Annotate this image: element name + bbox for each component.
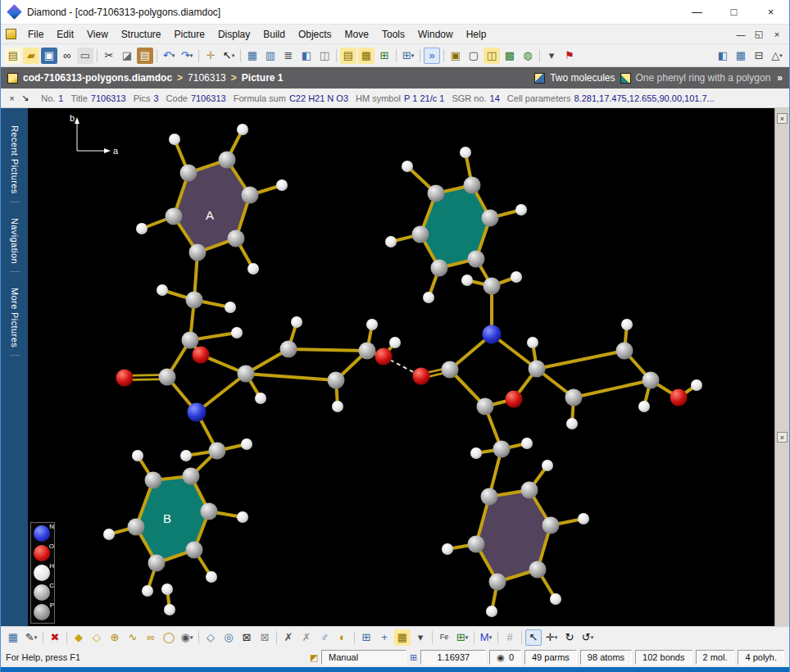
data-brief-icon[interactable]: ◧ [298,48,315,64]
menu-edit[interactable]: Edit [50,26,80,43]
document-icon[interactable] [6,29,16,39]
edit-grid-icon[interactable]: ▦ [5,629,21,646]
navigate-icon[interactable]: ↘ [21,93,29,103]
atom-C[interactable] [209,443,226,460]
broken-bond-alt-icon[interactable]: ✗ [298,629,315,646]
atom-H[interactable] [164,604,175,615]
atom-C[interactable] [642,372,660,389]
polyhedra-icon[interactable]: ◇ [202,629,219,646]
close-button[interactable]: × [752,0,789,25]
molecule-drawing[interactable]: AB [28,108,774,626]
polyhedra-fill-icon[interactable]: ◎ [220,629,237,646]
maximize-button[interactable]: □ [715,0,752,25]
dropdown-caret-icon[interactable]: ▾ [34,634,38,641]
grid-toggle-icon[interactable]: # [502,629,518,646]
atom-H[interactable] [385,236,397,247]
atom-C[interactable] [529,361,546,378]
atom-H[interactable] [423,292,434,303]
minimize-button[interactable]: — [679,0,715,25]
atom-H[interactable] [460,147,471,158]
atom-H[interactable] [161,583,173,595]
atom-C[interactable] [468,536,485,553]
menu-file[interactable]: File [21,26,50,43]
add-atom-icon[interactable]: ◆ [70,629,87,646]
sidebar-tab-navigation[interactable]: Navigation [10,211,20,272]
atom-C[interactable] [166,208,183,225]
atom-C[interactable] [145,472,162,489]
atom-H[interactable] [486,606,497,617]
redo-icon[interactable]: ↷▾ [179,48,195,64]
panel-table-icon[interactable]: ▦ [733,48,749,64]
legend-item-C[interactable]: C [33,583,52,602]
mode-indicator[interactable]: Manual [321,650,406,665]
breadcrumb-structure[interactable]: 7106313 [188,72,226,84]
cell-dropdown-icon[interactable]: ▾ [412,629,429,646]
cut-icon[interactable]: ✂ [101,48,117,64]
atom-C[interactable] [489,574,506,591]
cell-axes-icon[interactable]: + [376,629,393,646]
build-ring-icon[interactable]: ◯ [161,629,177,646]
menu-tools[interactable]: Tools [375,26,411,43]
atom-O[interactable] [413,368,430,385]
bond[interactable] [537,351,624,369]
data-list-icon[interactable]: ≣ [280,48,297,64]
data-table-icon[interactable]: ▥ [262,48,279,64]
dropdown-caret-icon[interactable]: ▾ [555,634,558,641]
infobar-close-button[interactable]: × [6,92,18,104]
atom-H[interactable] [132,450,143,461]
panel-triangle-icon[interactable]: △▾ [769,48,785,64]
atom-N[interactable] [188,403,207,422]
symmetry-icon[interactable]: ♂ [316,629,333,646]
atom-C[interactable] [189,244,207,261]
cell-box-icon[interactable]: ⊞ [358,629,375,646]
atom-H[interactable] [332,401,343,412]
atom-C[interactable] [180,165,198,182]
add-bond-icon[interactable]: ⊕ [107,629,123,646]
atom-H[interactable] [550,593,561,605]
new-picture-icon[interactable]: ▣ [447,48,464,64]
build-chain-icon[interactable]: ∿ [125,629,141,646]
breadcrumb-overflow-chevron[interactable]: » [777,72,783,84]
atom-C[interactable] [543,517,560,534]
atom-C[interactable] [468,251,485,268]
atom-H[interactable] [157,284,168,296]
atom-H[interactable] [691,379,702,391]
add-atom-alt-icon[interactable]: ◇ [89,629,105,646]
find-icon[interactable]: ∞ [59,48,75,64]
atom-H[interactable] [578,513,589,524]
atom-C[interactable] [201,503,218,520]
badge-two-molecules[interactable]: Two molecules [550,72,615,84]
element-label-icon[interactable]: Fe [436,629,452,646]
menu-window[interactable]: Window [411,26,460,43]
spin-mode-icon[interactable]: ↺▾ [579,629,596,646]
data-split-icon[interactable]: ◫ [316,48,333,64]
web-export-icon[interactable]: ◍ [520,48,536,64]
properties-icon[interactable]: ▤ [340,48,356,64]
atom-H[interactable] [542,460,553,471]
atom-H[interactable] [169,134,180,145]
atom-C[interactable] [565,389,583,406]
legend-item-P[interactable]: P [33,603,52,621]
menu-picture[interactable]: Picture [168,26,211,43]
close-pane-button[interactable]: × [777,432,788,443]
atom-H[interactable] [402,161,413,172]
pointer-mode-icon[interactable]: ↖ [525,629,542,646]
atom-O[interactable] [506,391,523,408]
panel-collapse-icon[interactable]: ⊟ [751,48,767,64]
dropdown-caret-icon[interactable]: ▾ [411,52,415,59]
atom-C[interactable] [328,372,345,389]
menu-view[interactable]: View [80,26,115,43]
dropdown-caret-icon[interactable]: ▾ [465,634,469,641]
flag-icon[interactable]: ⚑ [561,48,578,64]
atom-C[interactable] [128,519,145,536]
atom-C[interactable] [477,398,494,415]
atom-C[interactable] [238,366,255,383]
orbit-tool-icon[interactable]: ◐ [334,629,351,646]
table-of-pictures-icon[interactable]: ▦ [358,48,375,64]
dropdown-icon[interactable]: ▾ [543,48,560,64]
structure-canvas[interactable]: AB b a NOHCP [28,108,774,626]
atom-H[interactable] [180,450,192,461]
dropdown-caret-icon[interactable]: ▾ [232,52,235,59]
breadcrumb-picture[interactable]: Picture 1 [242,72,284,84]
pan-hand-icon[interactable]: ✛ [202,48,219,64]
